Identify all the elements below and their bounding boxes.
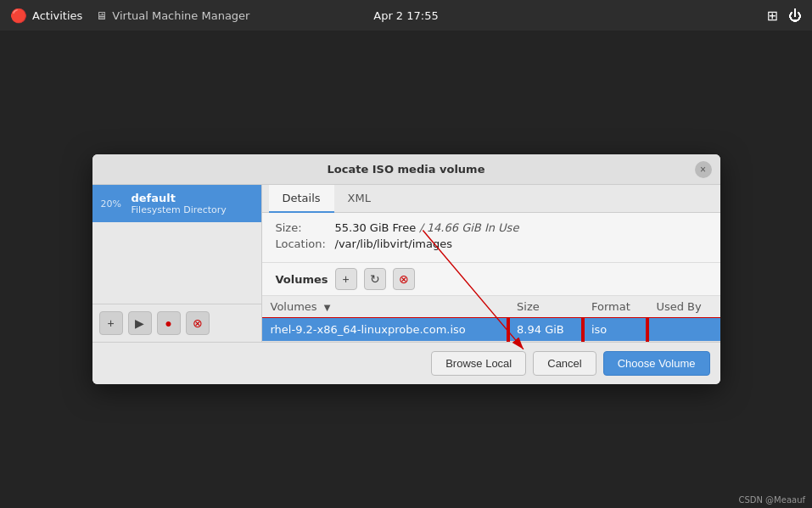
table-header: Volumes ▼ Size Format Used By	[262, 296, 720, 318]
tab-details[interactable]: Details	[269, 185, 334, 213]
watermark: CSDN @Meaauf	[738, 495, 805, 505]
size-label: Size:	[276, 221, 335, 234]
app-menu[interactable]: 🖥 Virtual Machine Manager	[96, 9, 249, 22]
sidebar-toolbar: + ▶ ● ⊗	[92, 304, 261, 342]
activities-menu[interactable]: 🔴 Activities	[10, 8, 82, 24]
cell-format: iso	[583, 318, 647, 342]
table-row[interactable]: rhel-9.2-x86_64-linuxprobe.com.iso 8.94 …	[262, 318, 720, 342]
locate-iso-dialog: Locate ISO media volume × 20% default Fi…	[92, 154, 720, 384]
sidebar-remove-button[interactable]: ⊗	[186, 311, 210, 335]
choose-volume-button[interactable]: Choose Volume	[603, 351, 710, 376]
info-location-row: Location: /var/lib/libvirt/images	[276, 237, 707, 250]
cell-size: 8.94 GiB	[508, 318, 583, 342]
cell-used-by	[647, 318, 720, 342]
sidebar-item-percent: 20%	[101, 198, 125, 209]
tab-bar: Details XML	[262, 185, 720, 213]
volumes-header: Volumes + ↻ ⊗	[262, 263, 720, 296]
sidebar-item-default[interactable]: 20% default Filesystem Directory	[92, 185, 261, 222]
sidebar-add-button[interactable]: +	[99, 311, 123, 335]
size-value: 55.30 GiB Free / 14.66 GiB In Use	[335, 221, 519, 234]
location-label: Location:	[276, 237, 335, 250]
dialog-overlay: Locate ISO media volume × 20% default Fi…	[0, 31, 812, 508]
col-volumes[interactable]: Volumes ▼	[262, 296, 509, 318]
volume-refresh-button[interactable]: ↻	[364, 268, 386, 290]
volume-delete-button[interactable]: ⊗	[393, 268, 415, 290]
volumes-table-container: Volumes ▼ Size Format Used By rhel-9.2-x…	[262, 296, 720, 342]
dialog-footer: Browse Local Cancel Choose Volume	[92, 342, 720, 384]
app-label: Virtual Machine Manager	[112, 9, 249, 22]
cancel-button[interactable]: Cancel	[533, 351, 596, 376]
tab-xml[interactable]: XML	[334, 185, 384, 213]
sidebar-item-desc: Filesystem Directory	[132, 204, 227, 215]
location-value: /var/lib/libvirt/images	[335, 237, 453, 250]
volumes-label: Volumes	[276, 273, 328, 286]
activities-icon: 🔴	[10, 8, 27, 24]
network-icon: ⊞	[767, 8, 778, 24]
power-icon[interactable]: ⏻	[788, 8, 802, 24]
info-size-row: Size: 55.30 GiB Free / 14.66 GiB In Use	[276, 221, 707, 234]
dialog-title: Locate ISO media volume	[328, 163, 485, 176]
col-size: Size	[508, 296, 583, 318]
dialog-titlebar: Locate ISO media volume ×	[92, 154, 720, 185]
browse-local-button[interactable]: Browse Local	[431, 351, 526, 376]
storage-sidebar: 20% default Filesystem Directory + ▶ ● ⊗	[92, 185, 262, 342]
sidebar-record-button[interactable]: ●	[157, 311, 181, 335]
sidebar-item-name: default	[132, 192, 227, 204]
topbar-controls: ⊞ ⏻	[767, 8, 802, 24]
dialog-close-button[interactable]: ×	[695, 161, 712, 178]
cell-volumes: rhel-9.2-x86_64-linuxprobe.com.iso	[262, 318, 509, 342]
storage-info: Size: 55.30 GiB Free / 14.66 GiB In Use …	[262, 213, 720, 263]
sort-arrow-icon: ▼	[324, 303, 331, 312]
col-used-by: Used By	[647, 296, 720, 318]
activities-label: Activities	[32, 9, 82, 22]
topbar: 🔴 Activities 🖥 Virtual Machine Manager A…	[0, 0, 812, 31]
dialog-body: 20% default Filesystem Directory + ▶ ● ⊗	[92, 185, 720, 342]
details-main: Details XML Size: 55.30 GiB Free / 14.66…	[262, 185, 720, 342]
table-body: rhel-9.2-x86_64-linuxprobe.com.iso 8.94 …	[262, 318, 720, 342]
col-format: Format	[583, 296, 647, 318]
sidebar-play-button[interactable]: ▶	[128, 311, 152, 335]
app-icon: 🖥	[96, 9, 107, 22]
volume-add-button[interactable]: +	[335, 268, 357, 290]
volumes-table: Volumes ▼ Size Format Used By rhel-9.2-x…	[262, 296, 720, 342]
topbar-datetime: Apr 2 17:55	[373, 9, 439, 22]
